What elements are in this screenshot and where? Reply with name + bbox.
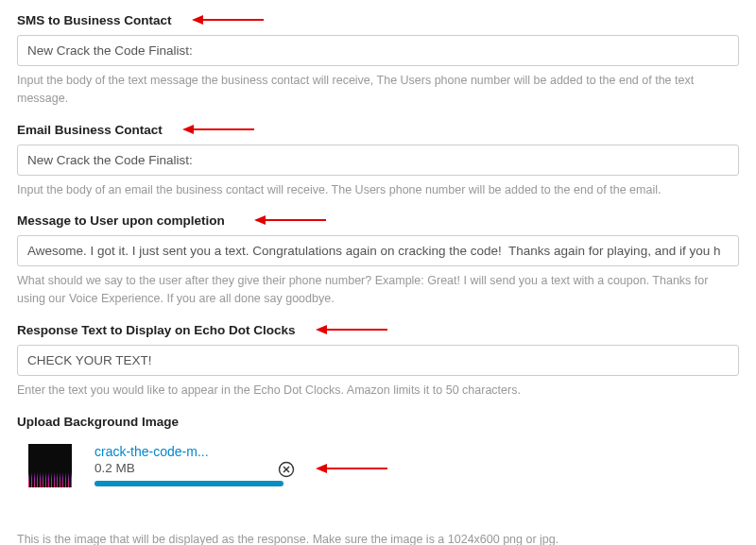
echo-text-input[interactable] (17, 345, 739, 376)
file-meta: crack-the-code-m... 0.2 MB (94, 444, 739, 486)
upload-help: This is the image that will be displayed… (17, 533, 739, 546)
annotation-arrow-icon (192, 14, 266, 28)
sms-help: Input the body of the text message the b… (17, 72, 739, 108)
file-size: 0.2 MB (94, 461, 739, 475)
user-message-input[interactable] (17, 235, 739, 266)
remove-file-button[interactable] (278, 461, 295, 478)
email-business-contact-group: Email Business Contact Input the body of… (17, 123, 739, 199)
upload-thumbnail (28, 444, 72, 487)
annotation-arrow-icon (182, 124, 256, 138)
user-message-label: Message to User upon completion (17, 213, 225, 228)
echo-text-group: Response Text to Display on Echo Dot Clo… (17, 323, 739, 400)
user-message-help: What should we say to the user after the… (17, 272, 739, 308)
sms-input[interactable] (17, 35, 739, 66)
user-message-group: Message to User upon completion What sho… (17, 213, 739, 308)
annotation-arrow-icon (316, 324, 389, 338)
svg-marker-3 (182, 125, 194, 134)
upload-progress-bar (94, 481, 284, 486)
file-name-link[interactable]: crack-the-code-m... (94, 444, 739, 459)
upload-background-group: Upload Background Image crack-the-code-m… (17, 415, 739, 546)
svg-marker-12 (316, 464, 327, 473)
echo-text-help: Enter the text you would like to appear … (17, 382, 739, 400)
upload-progress (94, 481, 284, 486)
email-help: Input the body of an email the business … (17, 181, 739, 199)
svg-marker-5 (254, 215, 266, 225)
email-label: Email Business Contact (17, 123, 163, 137)
svg-marker-1 (192, 15, 203, 25)
echo-text-label: Response Text to Display on Echo Dot Clo… (17, 323, 296, 337)
sms-business-contact-group: SMS to Business Contact Input the body o… (17, 13, 739, 108)
upload-row: crack-the-code-m... 0.2 MB (17, 440, 739, 495)
svg-marker-7 (316, 325, 327, 334)
annotation-arrow-icon (316, 463, 389, 477)
annotation-arrow-icon (254, 214, 328, 229)
email-input[interactable] (17, 145, 739, 176)
sms-label: SMS to Business Contact (17, 13, 172, 27)
upload-label: Upload Background Image (17, 415, 739, 429)
